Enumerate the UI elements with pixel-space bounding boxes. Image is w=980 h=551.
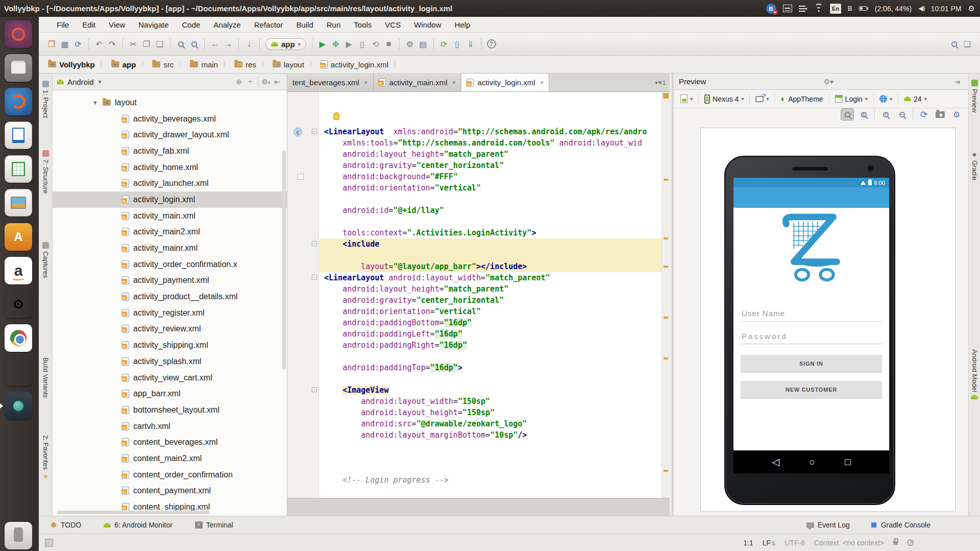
code-line[interactable]: <LinearLayout android:layout_width="matc… xyxy=(324,272,662,283)
tree-item[interactable]: activity_view_cart.xml xyxy=(53,370,287,386)
tree-item[interactable]: activity_fab.xml xyxy=(53,143,287,159)
code-line[interactable]: android:src="@drawable/zeokart_logo" xyxy=(324,418,662,429)
breadcrumb-item-layout[interactable]: layout xyxy=(271,60,306,69)
menu-help[interactable]: Help xyxy=(448,17,477,32)
dock-icon[interactable]: ⇥ xyxy=(951,78,963,86)
menu-analyze[interactable]: Analyze xyxy=(207,17,247,32)
battery-icon[interactable] xyxy=(859,4,868,14)
run-with-coverage-icon[interactable]: ▶ xyxy=(342,37,356,51)
code-line[interactable]: android:layout_height="match_parent" xyxy=(324,283,662,295)
code-line[interactable]: android:layout_width="150sp" xyxy=(324,396,662,407)
keyboard-indicator-icon[interactable] xyxy=(783,5,792,12)
code-line[interactable]: android:id="@+id/llay" xyxy=(324,205,662,216)
code-line[interactable] xyxy=(324,373,662,385)
captures-launcher-icon[interactable] xyxy=(5,189,32,217)
close-icon[interactable]: × xyxy=(452,79,456,86)
warning-stripe-mark[interactable] xyxy=(664,470,668,472)
open-project-icon[interactable]: ❐ xyxy=(45,37,58,51)
menu-navigate[interactable]: Navigate xyxy=(132,17,175,32)
username-field[interactable]: User Name xyxy=(742,309,785,318)
attach-debugger-icon[interactable]: ▯ xyxy=(356,37,369,51)
menu-run[interactable]: Run xyxy=(320,17,348,32)
code-line[interactable]: tools:context=".Activities.LoginActivity… xyxy=(324,227,662,238)
warning-stripe-mark[interactable] xyxy=(664,317,668,319)
recents-icon[interactable]: □ xyxy=(845,457,850,468)
search-everywhere-icon[interactable] xyxy=(947,37,961,51)
code-line[interactable]: android:paddingBottom="16dp" xyxy=(324,317,662,328)
files-launcher-icon[interactable] xyxy=(5,54,32,82)
find-icon[interactable] xyxy=(174,37,187,51)
code-line[interactable]: <LinearLayout xmlns:android="http://sche… xyxy=(324,126,662,137)
warning-stripe-mark[interactable] xyxy=(664,357,668,360)
breadcrumb-item-vollyybkp[interactable]: Vollyybkp xyxy=(46,60,97,69)
tree-item[interactable]: activity_splash.xml xyxy=(53,353,287,370)
fold-marker-icon[interactable]: − xyxy=(312,275,317,280)
breadcrumb-item-main[interactable]: main xyxy=(188,60,220,69)
close-icon[interactable]: × xyxy=(540,79,544,86)
warning-stripe-mark[interactable] xyxy=(664,179,668,181)
tree-item[interactable]: content_main2.xml xyxy=(53,450,287,467)
stop-icon[interactable]: ■ xyxy=(382,37,396,51)
tree-item[interactable]: app_barr.xml xyxy=(53,386,287,402)
fold-marker-icon[interactable]: − xyxy=(312,129,317,134)
editor-scrollbar[interactable] xyxy=(662,92,670,498)
tree-item[interactable]: activity_product__details.xml xyxy=(53,289,287,305)
code-line[interactable]: android:gravity="center_horizontal" xyxy=(324,160,662,171)
code-line[interactable]: layout="@layout/app_barr"></include> xyxy=(324,261,662,272)
tab-list-dropdown[interactable]: ▾≡1 xyxy=(655,79,666,86)
help-icon[interactable]: ? xyxy=(485,37,498,51)
new-customer-button[interactable]: NEW CUSTOMER xyxy=(741,381,882,398)
sdk-manager-icon[interactable]: ⇓ xyxy=(464,37,477,51)
editor-body[interactable]: c −−−− <LinearLayout xmlns:android="http… xyxy=(287,92,670,498)
tool-tab-7-structure[interactable]: 7: Structure xyxy=(39,150,52,194)
code-line[interactable] xyxy=(324,452,662,463)
wifi-icon[interactable] xyxy=(814,5,823,12)
password-field[interactable]: Password xyxy=(742,332,788,341)
code-line[interactable] xyxy=(324,250,662,261)
refresh-icon[interactable]: ⟳ xyxy=(917,108,930,121)
phone-app-bar[interactable] xyxy=(733,187,889,208)
code-line[interactable]: android:paddingTop="16dp"> xyxy=(324,362,662,373)
save-all-icon[interactable]: ▦ xyxy=(58,37,71,51)
code-line[interactable]: android:orientation="vertical" xyxy=(324,182,662,194)
device-selector[interactable]: Nexus 4▾ xyxy=(702,93,746,105)
menu-code[interactable]: Code xyxy=(175,17,207,32)
tree-horizontal-scrollbar[interactable] xyxy=(57,511,210,514)
menu-vcs[interactable]: VCS xyxy=(378,17,407,32)
code-line[interactable]: android:orientation="vertical" xyxy=(324,306,662,317)
editor-tab-activity-login-xml[interactable]: activity_login.xml× xyxy=(461,73,549,91)
undo-icon[interactable]: ↶ xyxy=(92,37,106,51)
tree-item[interactable]: activity_login.xml xyxy=(53,191,287,208)
toolwindow-event-log[interactable]: Event Log xyxy=(806,521,850,529)
tree-item[interactable]: activity_register.xml xyxy=(53,305,287,321)
tree-root-layout[interactable]: ▼layout xyxy=(53,94,287,111)
tree-item[interactable]: activity_order_confirmation.x xyxy=(53,256,287,273)
tree-item[interactable]: activity_drawer_layout.xml xyxy=(53,127,287,143)
code-line[interactable] xyxy=(324,441,662,452)
menu-build[interactable]: Build xyxy=(289,17,320,32)
code-line[interactable]: android:layout_height="150sp" xyxy=(324,407,662,418)
ide-settings-icon[interactable]: ⚙ xyxy=(403,37,416,51)
collapse-all-icon[interactable]: ÷ xyxy=(244,78,256,86)
replace-icon[interactable] xyxy=(187,37,201,51)
android-studio-launcher-icon[interactable] xyxy=(5,392,32,420)
api-level-selector[interactable]: 24▾ xyxy=(901,94,929,104)
code-line[interactable]: android:layout_height="match_parent" xyxy=(324,149,662,160)
tool-windows-icon[interactable]: ❏ xyxy=(961,37,974,51)
tree-item[interactable]: activity_shipping.xml xyxy=(53,337,287,353)
hide-panel-icon[interactable]: ⇤ xyxy=(272,78,283,86)
home-icon[interactable]: ○ xyxy=(809,457,815,468)
gear-icon[interactable]: ⚙▾ xyxy=(821,78,837,86)
menu-edit[interactable]: Edit xyxy=(76,17,102,32)
screenshot-tool-launcher-icon[interactable] xyxy=(5,358,32,386)
run-icon[interactable]: ▶ xyxy=(316,37,329,51)
tool-tab-android-model[interactable]: Android Model xyxy=(969,349,980,399)
inspection-profile-icon[interactable] xyxy=(907,539,914,546)
editor-tab-tent-beverages-xml[interactable]: tent_beverages.xml× xyxy=(287,73,374,91)
tree-item[interactable]: content_payment.xml xyxy=(53,483,287,499)
tree-item[interactable]: activity_main2.xml xyxy=(53,224,287,241)
tool-window-switcher-icon[interactable] xyxy=(45,539,53,547)
warning-stripe-mark[interactable] xyxy=(664,237,668,239)
volume-icon[interactable]: ◀))) xyxy=(918,4,924,14)
menu-refactor[interactable]: Refactor xyxy=(248,17,290,32)
